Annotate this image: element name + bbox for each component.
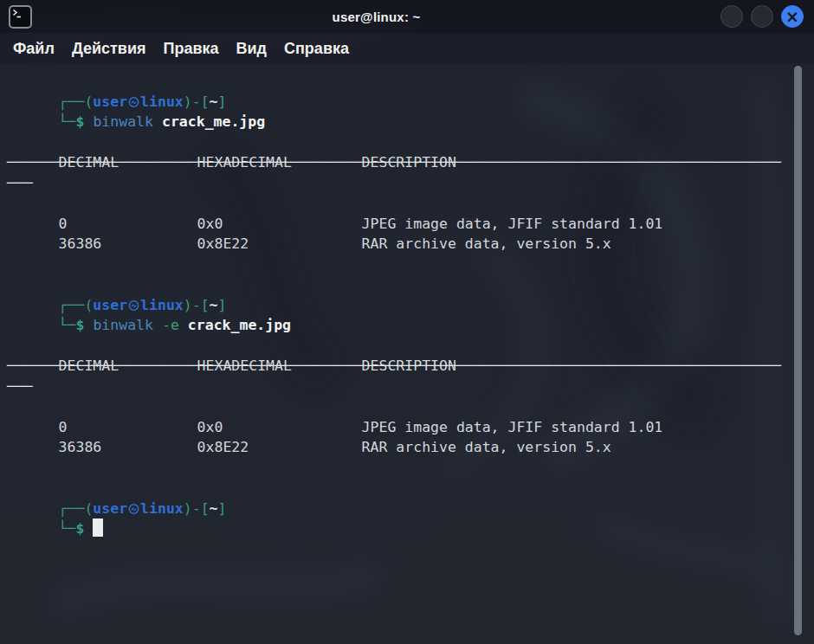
menu-item-view[interactable]: Вид xyxy=(228,37,276,61)
command-argument: crack_me.jpg xyxy=(162,113,265,130)
prompt-host: linux xyxy=(140,297,184,313)
cell-decimal: 0 xyxy=(59,214,197,235)
prompt-frame-close: ] xyxy=(218,500,227,517)
prompt-path: ~ xyxy=(210,297,218,313)
prompt-path: ~ xyxy=(210,500,218,517)
prompt-user: user xyxy=(93,93,127,110)
cell-description: RAR archive data, version 5.x xyxy=(362,439,611,455)
prompt-host: linux xyxy=(140,500,184,517)
prompt-frame-close: ] xyxy=(218,93,227,110)
prompt-frame-bottom: └─ xyxy=(59,317,76,333)
table-header-row: DECIMALHEXADECIMALDESCRIPTION xyxy=(7,132,814,153)
command-argument: crack_me.jpg xyxy=(188,317,291,333)
cell-description: JPEG image data, JFIF standard 1.01 xyxy=(362,216,663,232)
command-program: binwalk xyxy=(93,317,153,333)
minimize-button[interactable] xyxy=(720,5,743,28)
menu-item-edit[interactable]: Правка xyxy=(154,37,227,61)
prompt-user: user xyxy=(93,297,127,313)
command-option: -e xyxy=(162,317,179,333)
cell-hexadecimal: 0x0 xyxy=(197,214,362,235)
terminal-window: user@linux: ~ × Файл Действия Правка Вид… xyxy=(0,0,814,644)
scrollbar[interactable] xyxy=(794,66,802,635)
circled-at-icon xyxy=(128,503,139,515)
menu-item-file[interactable]: Файл xyxy=(4,37,63,61)
table-separator-wrap: ─── xyxy=(7,173,814,194)
circled-at-icon xyxy=(128,299,139,312)
prompt-symbol: $ xyxy=(75,113,84,130)
prompt-frame-bottom: └─ xyxy=(59,520,76,537)
window-controls: × xyxy=(720,5,804,28)
close-icon: × xyxy=(785,9,799,25)
table-separator: ────────────────────────────────────────… xyxy=(7,152,814,173)
cell-decimal: 0 xyxy=(59,417,197,438)
prompt-line-top: ┌──(userlinux)-[~] xyxy=(7,71,814,92)
prompt-frame: ┌──( xyxy=(59,500,94,517)
prompt-frame-close: ] xyxy=(218,297,227,313)
prompt-frame-mid: )-[ xyxy=(184,500,210,517)
cell-decimal: 36386 xyxy=(59,234,197,254)
prompt-path: ~ xyxy=(210,93,218,110)
prompt-frame: ┌──( xyxy=(59,297,94,313)
table-header-row: DECIMALHEXADECIMALDESCRIPTION xyxy=(7,336,814,357)
window-title: user@linux: ~ xyxy=(32,10,720,24)
table-row: 00x0JPEG image data, JFIF standard 1.01 xyxy=(7,396,814,417)
terminal-screen[interactable]: ┌──(userlinux)-[~] └─$binwalkcrack_me.jp… xyxy=(0,64,814,644)
table-separator: ────────────────────────────────────────… xyxy=(7,356,814,377)
prompt-user: user xyxy=(93,500,127,517)
terminal-cursor xyxy=(93,518,103,537)
menubar: Файл Действия Правка Вид Справка xyxy=(0,33,814,64)
terminal-icon xyxy=(9,5,32,29)
prompt-frame-bottom: └─ xyxy=(59,113,76,130)
menu-item-help[interactable]: Справка xyxy=(275,37,358,61)
prompt-line-top: ┌──(userlinux)-[~] xyxy=(7,274,814,295)
prompt-line-top: ┌──(userlinux)-[~] xyxy=(7,478,814,499)
prompt-frame-mid: )-[ xyxy=(184,93,210,110)
table-row: 00x0JPEG image data, JFIF standard 1.01 xyxy=(7,193,814,214)
circled-at-icon xyxy=(128,96,139,108)
titlebar: user@linux: ~ × xyxy=(0,0,814,33)
cell-hexadecimal: 0x0 xyxy=(197,417,362,438)
prompt-frame: ┌──( xyxy=(59,93,94,110)
close-button[interactable]: × xyxy=(781,5,804,28)
prompt-host: linux xyxy=(140,93,184,110)
cell-description: RAR archive data, version 5.x xyxy=(362,235,611,252)
cell-decimal: 36386 xyxy=(59,437,197,458)
table-separator-wrap: ─── xyxy=(7,377,814,397)
blank-line xyxy=(7,458,814,479)
prompt-symbol: $ xyxy=(75,520,84,537)
prompt-symbol: $ xyxy=(75,317,84,333)
cell-hexadecimal: 0x8E22 xyxy=(197,234,362,254)
menu-item-actions[interactable]: Действия xyxy=(63,37,155,61)
cell-hexadecimal: 0x8E22 xyxy=(197,437,362,458)
prompt-frame-mid: )-[ xyxy=(184,297,210,313)
command-program: binwalk xyxy=(93,113,153,130)
maximize-button[interactable] xyxy=(751,5,773,28)
cell-description: JPEG image data, JFIF standard 1.01 xyxy=(362,419,663,435)
blank-line xyxy=(7,254,814,275)
